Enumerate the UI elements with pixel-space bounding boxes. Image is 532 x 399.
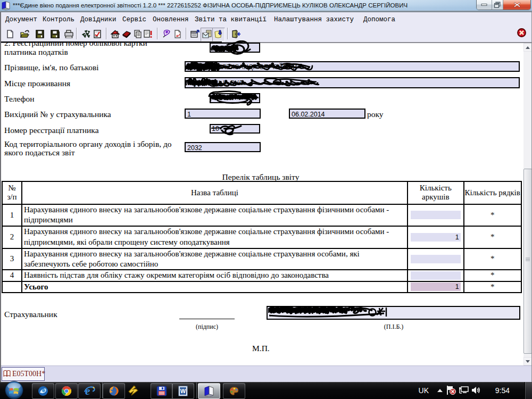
svg-text:W: W xyxy=(180,388,186,394)
